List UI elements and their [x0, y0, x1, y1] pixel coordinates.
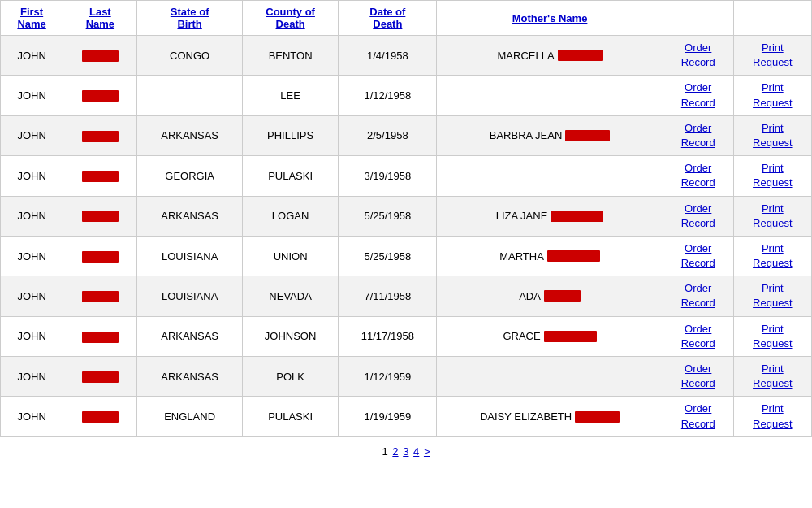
page-number-2-link[interactable]: 2 — [392, 445, 398, 458]
cell-last-name — [63, 156, 137, 196]
cell-county-of-death: PHILLIPS — [242, 115, 339, 155]
cell-last-name — [63, 36, 137, 76]
last-name-sort-link[interactable]: LastName — [86, 6, 114, 30]
cell-date-of-death: 5/25/1958 — [339, 236, 437, 276]
last-name-redacted-bar — [82, 411, 119, 423]
mother-name-redacted-bar — [565, 130, 610, 141]
page-number-3-link[interactable]: 3 — [403, 445, 408, 458]
cell-state-of-birth: ARKANSAS — [137, 196, 242, 236]
cell-state-of-birth: ARKANSAS — [137, 115, 242, 155]
mother-name-text: GRACE — [503, 330, 540, 342]
cell-mothers-name: ADA — [437, 276, 663, 316]
cell-county-of-death: NEVADA — [242, 276, 339, 316]
cell-mothers-name: BARBRA JEAN — [437, 115, 663, 155]
order-record-link[interactable]: OrderRecord — [670, 161, 727, 190]
cell-county-of-death: LOGAN — [242, 196, 339, 236]
mother-name-text: DAISY ELIZABETH — [480, 410, 572, 423]
table-row: JOHNCONGOBENTON1/4/1958MARCELLAOrderReco… — [1, 36, 812, 76]
cell-date-of-death: 3/19/1958 — [339, 156, 437, 196]
col-header-last-name: LastName — [63, 1, 137, 36]
table-row: JOHNARKANSASPHILLIPS2/5/1958BARBRA JEANO… — [1, 115, 812, 155]
mothers-name-sort-link[interactable]: Mother's Name — [512, 12, 588, 24]
mother-name-redacted-bar — [575, 411, 620, 423]
cell-date-of-death: 5/25/1958 — [339, 196, 437, 236]
page-number-1: 1 — [382, 445, 387, 458]
order-record-link[interactable]: OrderRecord — [670, 202, 727, 231]
cell-order-record: OrderRecord — [663, 276, 733, 316]
cell-last-name — [63, 276, 137, 316]
mother-name-text: BARBRA JEAN — [490, 129, 563, 141]
county-of-death-sort-link[interactable]: County ofDeath — [266, 6, 315, 30]
cell-date-of-death: 1/12/1959 — [339, 357, 437, 397]
col-header-order — [663, 1, 733, 36]
cell-print-request: PrintRequest — [733, 156, 811, 196]
cell-first-name: JOHN — [1, 316, 63, 356]
order-record-link[interactable]: OrderRecord — [670, 322, 727, 351]
order-record-link[interactable]: OrderRecord — [670, 362, 727, 391]
table-row: JOHNLEE1/12/1958OrderRecordPrintRequest — [1, 76, 812, 115]
print-request-link[interactable]: PrintRequest — [741, 41, 805, 70]
cell-state-of-birth: LOUISIANA — [137, 276, 242, 316]
table-row: JOHNLOUISIANANEVADA7/11/1958ADAOrderReco… — [1, 276, 812, 316]
col-header-date-of-death: Date ofDeath — [339, 1, 437, 36]
cell-date-of-death: 7/11/1958 — [339, 276, 437, 316]
page-next-link[interactable]: > — [424, 445, 430, 458]
cell-order-record: OrderRecord — [663, 76, 733, 115]
cell-date-of-death: 11/17/1958 — [339, 316, 437, 356]
cell-first-name: JOHN — [1, 236, 63, 276]
print-request-link[interactable]: PrintRequest — [741, 202, 805, 231]
cell-print-request: PrintRequest — [733, 316, 811, 356]
print-request-link[interactable]: PrintRequest — [741, 161, 805, 190]
cell-last-name — [63, 196, 137, 236]
cell-print-request: PrintRequest — [733, 236, 811, 276]
mother-name-redacted-bar — [544, 290, 581, 302]
cell-first-name: JOHN — [1, 76, 63, 115]
cell-print-request: PrintRequest — [733, 36, 811, 76]
cell-last-name — [63, 236, 137, 276]
cell-order-record: OrderRecord — [663, 236, 733, 276]
order-record-link[interactable]: OrderRecord — [670, 80, 727, 110]
table-row: JOHNARKANSASJOHNSON11/17/1958GRACEOrderR… — [1, 316, 812, 356]
cell-last-name — [63, 357, 137, 397]
cell-order-record: OrderRecord — [663, 115, 733, 155]
cell-print-request: PrintRequest — [733, 357, 811, 397]
cell-order-record: OrderRecord — [663, 156, 733, 196]
cell-first-name: JOHN — [1, 397, 63, 436]
print-request-link[interactable]: PrintRequest — [741, 241, 805, 271]
cell-first-name: JOHN — [1, 196, 63, 236]
mother-name-text: LIZA JANE — [496, 210, 548, 222]
print-request-link[interactable]: PrintRequest — [741, 362, 805, 391]
last-name-redacted-bar — [82, 50, 119, 62]
cell-county-of-death: UNION — [242, 236, 339, 276]
cell-mothers-name: LIZA JANE — [437, 196, 663, 236]
order-record-link[interactable]: OrderRecord — [670, 41, 727, 70]
page-number-4-link[interactable]: 4 — [413, 445, 419, 458]
cell-mothers-name: MARTHA — [437, 236, 663, 276]
pagination-bar: 1 2 3 4 > — [0, 437, 812, 466]
mother-name-text: MARTHA — [499, 250, 544, 263]
cell-first-name: JOHN — [1, 36, 63, 76]
cell-county-of-death: PULASKI — [242, 156, 339, 196]
order-record-link[interactable]: OrderRecord — [670, 241, 727, 271]
print-request-link[interactable]: PrintRequest — [741, 322, 805, 351]
cell-county-of-death: POLK — [242, 357, 339, 397]
cell-first-name: JOHN — [1, 115, 63, 155]
first-name-sort-link[interactable]: FirstName — [17, 6, 45, 30]
cell-order-record: OrderRecord — [663, 316, 733, 356]
print-request-link[interactable]: PrintRequest — [741, 121, 805, 150]
print-request-link[interactable]: PrintRequest — [741, 281, 805, 310]
cell-print-request: PrintRequest — [733, 76, 811, 115]
cell-print-request: PrintRequest — [733, 276, 811, 316]
order-record-link[interactable]: OrderRecord — [670, 402, 727, 431]
last-name-redacted-bar — [82, 171, 119, 182]
table-row: JOHNLOUISIANAUNION5/25/1958MARTHAOrderRe… — [1, 236, 812, 276]
print-request-link[interactable]: PrintRequest — [741, 402, 805, 431]
state-of-birth-sort-link[interactable]: State ofBirth — [171, 6, 209, 30]
order-record-link[interactable]: OrderRecord — [670, 121, 727, 150]
date-of-death-sort-link[interactable]: Date ofDeath — [369, 6, 405, 30]
order-record-link[interactable]: OrderRecord — [670, 281, 727, 310]
col-header-first-name: FirstName — [1, 1, 63, 36]
print-request-link[interactable]: PrintRequest — [741, 80, 805, 110]
cell-county-of-death: BENTON — [242, 36, 339, 76]
cell-state-of-birth: LOUISIANA — [137, 236, 242, 276]
